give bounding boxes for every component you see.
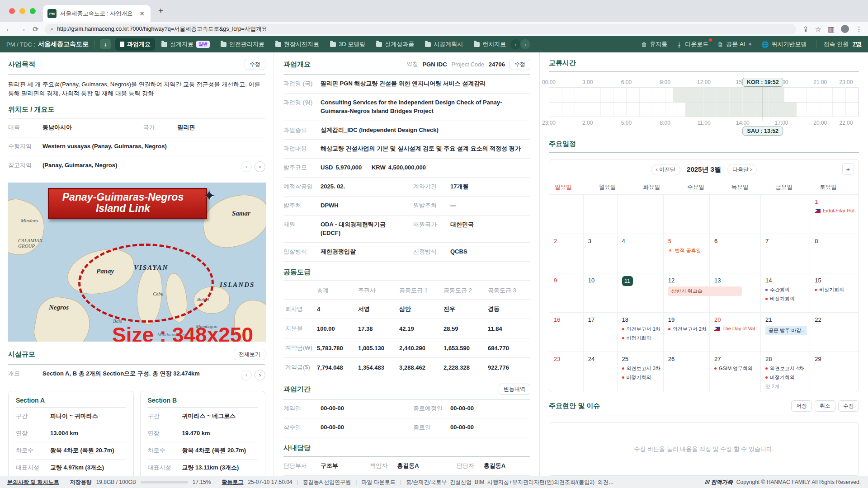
map-next-button[interactable]: ›	[255, 161, 265, 172]
calendar-prev-button[interactable]: ‹ 이전달	[651, 164, 680, 175]
browser-tab[interactable]: PM 서울세종고속도로 : 사업개요 ✕	[43, 5, 151, 22]
activity-log-link[interactable]: 활동로그	[222, 479, 243, 486]
address-bar[interactable]: ⌕ http://gsim.hanmaceng.co.kr:7000/highw…	[45, 24, 796, 34]
calendar-event[interactable]: 의견보고서 3차	[622, 365, 660, 372]
purpose-edit-button[interactable]: 수정	[245, 59, 265, 70]
calendar-cell[interactable]: 10	[583, 273, 617, 312]
reload-icon[interactable]: ⟳	[33, 25, 38, 33]
side-panel-icon[interactable]: ▥	[828, 25, 835, 33]
calendar-cell[interactable]: 11	[617, 273, 663, 312]
calendar-cell[interactable]: 21공문 발주 마감..	[760, 312, 810, 352]
calendar-cell[interactable]: 19의견보고서 2차	[663, 312, 709, 352]
nav-tab-2[interactable]: 설계자료일반	[157, 38, 214, 51]
calendar-cell[interactable]: 22	[810, 312, 859, 352]
calendar-cell[interactable]: 16	[549, 312, 583, 352]
nav-tab-5[interactable]: 3D 모델링	[326, 38, 370, 51]
calendar-cell[interactable]: 24	[583, 352, 617, 392]
calendar-event-bar[interactable]: 공문 발주 마감..	[765, 326, 807, 335]
calendar-event[interactable]: 비정기회의	[765, 374, 807, 381]
online-count[interactable]: 7명	[853, 41, 862, 47]
tabs-scroll-left-button[interactable]: ‹	[510, 39, 520, 49]
share-icon[interactable]: ⇪	[802, 25, 808, 33]
menu-icon[interactable]: ⋮	[855, 25, 863, 33]
calendar-event[interactable]: 비정기회의	[622, 374, 660, 381]
issues-cancel-button[interactable]: 취소	[815, 400, 835, 412]
calendar-cell[interactable]: 6	[709, 234, 760, 273]
facility-viewall-button[interactable]: 전체보기	[234, 349, 265, 360]
calendar-cell[interactable]: 17	[583, 312, 617, 352]
tool-3[interactable]: 🗎공문 AI✦	[717, 40, 752, 48]
calendar-cell[interactable]: 26	[663, 352, 709, 392]
calendar-event[interactable]: 비정기회의	[815, 286, 856, 293]
calendar-event[interactable]: 의견보고서 4차	[765, 365, 807, 372]
calendar-event[interactable]: GSIM 업무회의	[714, 365, 758, 372]
calendar-holiday[interactable]: Eidul-Fitar Hol.	[815, 208, 856, 213]
calendar-holiday[interactable]: The Day of Val..	[714, 326, 758, 331]
calendar-more-events[interactable]: 및 2개...	[765, 383, 807, 390]
tool-1[interactable]: 🗑휴지통	[641, 40, 667, 48]
close-window-button[interactable]	[9, 8, 15, 14]
calendar-cell[interactable]	[583, 194, 617, 234]
nav-tab-3[interactable]: 안전관리자료	[216, 38, 269, 51]
calendar-cell[interactable]: 4	[617, 234, 663, 273]
calendar-cell[interactable]: 28의견보고서 4차비정기회의및 2개...	[760, 352, 810, 392]
nav-tab-7[interactable]: 시공계획서	[420, 38, 467, 51]
calendar-cell[interactable]: 27GSIM 업무회의	[709, 352, 760, 392]
log-file-path[interactable]: 홈/손제건/국토부_건설산업_BIM_시행지침+유지관리자편(안)의견조회/(붙…	[406, 479, 618, 486]
tool-4[interactable]: 🌐위치기반모델	[761, 40, 807, 48]
issues-placeholder-box[interactable]: 수정 버튼을 눌러 내용을 작성 및 수정 할 수 있습니다.	[549, 422, 859, 476]
nav-tab-4[interactable]: 현장사진자료	[271, 38, 324, 51]
section-next-button[interactable]: ›	[255, 370, 265, 380]
issues-save-button[interactable]: 저장	[791, 400, 812, 412]
maximize-window-button[interactable]	[30, 8, 36, 14]
location-map[interactable]: Panay-Guimaras-Negros Island Link ✦ Mind…	[8, 183, 266, 342]
minimize-window-button[interactable]	[19, 8, 25, 14]
tab-close-icon[interactable]: ✕	[138, 10, 146, 17]
calendar-event[interactable]: 주간회의	[765, 286, 807, 293]
calendar-event[interactable]: 비정기회의	[765, 296, 807, 302]
calendar-event[interactable]: 의견보고서 2차	[668, 326, 707, 333]
section-prev-button[interactable]: ‹	[241, 370, 252, 380]
calendar-event-bar[interactable]: 상반기 워크숍	[668, 286, 742, 296]
calendar-add-button[interactable]: +	[842, 163, 854, 175]
calendar-cell[interactable]: 12상반기 워크숍	[663, 273, 709, 312]
calendar-cell[interactable]	[663, 194, 709, 234]
tool-2[interactable]: ⭳다운로드	[676, 40, 708, 48]
issues-edit-button[interactable]: 수정	[838, 400, 859, 412]
bookmark-icon[interactable]: ☆	[815, 25, 821, 33]
calendar-cell[interactable]	[760, 194, 810, 234]
nav-tab-1[interactable]: 과업개요	[115, 38, 155, 51]
tabs-scroll-right-button[interactable]: ›	[520, 39, 530, 49]
window-controls[interactable]	[9, 8, 36, 14]
calendar-cell[interactable]: 14주간회의비정기회의	[760, 273, 810, 312]
calendar-cell[interactable]: 23	[549, 352, 583, 392]
calendar-cell[interactable]: 18의견보고서 1차비정기회의	[617, 312, 663, 352]
profile-avatar[interactable]	[841, 25, 849, 33]
back-icon[interactable]: ←	[5, 25, 13, 33]
add-tab-button[interactable]: +	[100, 39, 111, 49]
calendar-cell[interactable]: 2	[549, 234, 583, 273]
calendar-next-button[interactable]: 다음달 ›	[727, 164, 757, 175]
calendar-cell[interactable]: 25의견보고서 3차비정기회의	[617, 352, 663, 392]
calendar-cell[interactable]	[617, 194, 663, 234]
new-tab-button[interactable]: +	[158, 6, 163, 15]
period-history-button[interactable]: 변동내역	[499, 384, 530, 395]
map-prev-button[interactable]: ‹	[241, 161, 252, 172]
overview-edit-button[interactable]: 수정	[509, 59, 530, 70]
calendar-event[interactable]: 의견보고서 1차	[622, 326, 660, 333]
calendar-cell[interactable]: 20The Day of Val..	[709, 312, 760, 352]
calendar-cell[interactable]	[549, 194, 583, 234]
calendar-cell[interactable]: 7	[760, 234, 810, 273]
nav-tab-6[interactable]: 설계성과품	[372, 38, 419, 51]
calendar-cell[interactable]	[709, 194, 760, 234]
nav-tab-8[interactable]: 런처자료	[469, 38, 510, 51]
forward-icon[interactable]: →	[19, 25, 26, 33]
calendar-cell[interactable]: 1Eidul-Fitar Hol.	[810, 194, 859, 234]
patch-notes-link[interactable]: 문의사항 및 패치노트	[7, 479, 59, 486]
calendar-cell[interactable]: 29	[810, 352, 859, 392]
calendar-holiday[interactable]: ☀법적 공휴일	[668, 247, 707, 254]
calendar-cell[interactable]: 9	[549, 273, 583, 312]
calendar-cell[interactable]: 3	[583, 234, 617, 273]
calendar-event[interactable]: 비정기회의	[622, 335, 660, 342]
calendar-cell[interactable]: 15비정기회의	[810, 273, 859, 312]
